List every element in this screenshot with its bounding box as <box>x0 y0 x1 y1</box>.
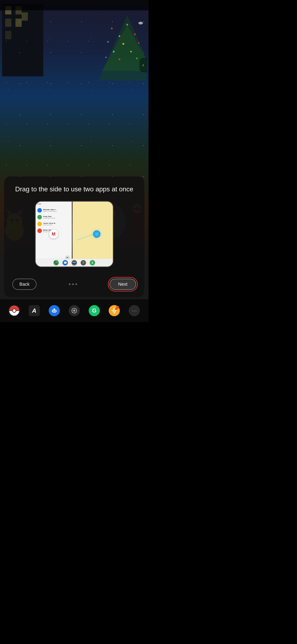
email-preview: Lorem ipsum dolor... <box>43 217 70 219</box>
svg-point-47 <box>115 308 117 310</box>
email-item: Andy, Sam Lorem ipsum dolor... <box>36 214 71 221</box>
next-button-wrapper: Next <box>109 279 136 290</box>
svg-point-26 <box>53 310 54 312</box>
font-a-icon: A <box>29 305 40 316</box>
email-avatar <box>37 215 42 220</box>
svg-point-41 <box>72 312 73 313</box>
email-avatar <box>37 228 42 233</box>
svg-point-40 <box>75 308 76 310</box>
dock-messages-icon: 💬 <box>62 260 68 266</box>
phone-left-panel: 9:30 Michelle. Ryan + Labore minim tempo… <box>36 202 72 266</box>
svg-point-27 <box>54 310 56 312</box>
phone-statusbar: 9:30 <box>36 202 72 206</box>
browser-icon <box>109 305 120 316</box>
email-preview: Dolor sit amet... <box>43 224 70 226</box>
taskbar-grammarly[interactable]: G <box>88 304 101 317</box>
email-avatar <box>37 208 42 212</box>
grammarly-icon: G <box>89 305 100 316</box>
font-a-label: A <box>32 307 36 314</box>
taskbar-browser[interactable] <box>108 304 121 317</box>
dot-3 <box>75 284 77 285</box>
tutorial-modal: Drag to the side to use two apps at once… <box>4 176 144 297</box>
phone-outer: 9:30 Michelle. Ryan + Labore minim tempo… <box>35 201 113 267</box>
svg-point-39 <box>75 312 76 313</box>
gmail-icon: M <box>49 230 58 238</box>
next-button-ring <box>108 277 138 292</box>
svg-rect-30 <box>52 310 52 312</box>
phone-right-panel <box>73 202 113 266</box>
taskbar-assistant[interactable] <box>48 304 61 317</box>
svg-point-36 <box>71 310 72 311</box>
status-bar <box>0 0 148 10</box>
progress-dots <box>69 284 77 285</box>
modal-actions: Back Next <box>12 279 136 290</box>
dock-phone-icon: 📞 <box>53 260 59 266</box>
svg-point-29 <box>54 308 55 309</box>
email-preview: Labore minim tempor... <box>43 210 70 212</box>
email-avatar <box>37 222 42 226</box>
back-button[interactable]: Back <box>12 279 36 290</box>
dock-camera-icon: 📷 <box>72 260 77 266</box>
more-icon: ··· <box>129 305 140 316</box>
svg-point-37 <box>76 310 77 311</box>
taskbar: A <box>0 299 148 322</box>
email-item: Michelle. Ryan + Labore minim tempor... <box>36 207 71 214</box>
chrome-drag-icon <box>93 230 100 238</box>
taskbar-settings[interactable] <box>68 304 81 317</box>
dot-2 <box>72 284 74 285</box>
settings-icon <box>69 305 80 316</box>
chevron-icon: ‹ <box>142 62 144 68</box>
drag-indicator <box>93 230 100 238</box>
email-content: Jacob, Karen B. Dolor sit amet... <box>43 222 70 226</box>
email-content: Andy, Sam Lorem ipsum dolor... <box>43 216 70 219</box>
taskbar-more[interactable]: ··· <box>128 304 141 317</box>
robot-icon <box>49 305 60 316</box>
chevron-button[interactable]: ‹ <box>139 58 147 72</box>
phone-dock: 📞 💬 📷 ? $ <box>36 259 113 266</box>
dock-money-icon: $ <box>90 260 95 266</box>
svg-point-34 <box>74 308 75 309</box>
phone-illustration: 9:30 Michelle. Ryan + Labore minim tempo… <box>35 201 113 271</box>
email-sender: Andy, Sam <box>43 216 70 217</box>
svg-point-35 <box>74 312 75 314</box>
modal-title: Drag to the side to use two apps at once <box>12 185 136 194</box>
email-sender: Jacob, Karen B. <box>43 222 70 224</box>
svg-point-33 <box>73 310 75 312</box>
svg-rect-31 <box>56 310 57 312</box>
email-sender: Michelle. Ryan + <box>43 209 70 210</box>
email-content: Michelle. Ryan + Labore minim tempor... <box>43 209 70 212</box>
email-item: Jacob, Karen B. Dolor sit amet... <box>36 221 71 228</box>
taskbar-font[interactable]: A <box>28 304 41 317</box>
drag-line <box>77 234 93 240</box>
pokeball-icon <box>9 305 20 316</box>
dot-1 <box>69 284 70 285</box>
dock-help-icon: ? <box>81 260 86 266</box>
svg-point-38 <box>72 308 73 310</box>
taskbar-pokemon-go[interactable] <box>8 304 21 317</box>
